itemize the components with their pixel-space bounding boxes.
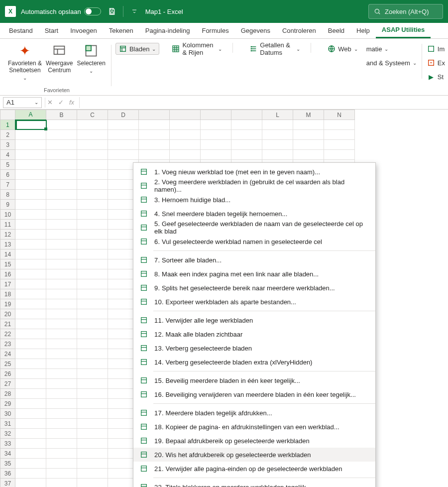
enter-icon[interactable]: ✓: [56, 99, 65, 106]
cell[interactable]: [77, 140, 108, 150]
spreadsheet-grid[interactable]: ABCDLMN123456789101112131415161718192021…: [0, 110, 448, 487]
cell[interactable]: [46, 309, 77, 319]
cell[interactable]: [201, 150, 231, 160]
row-header[interactable]: 20: [0, 309, 15, 319]
cell[interactable]: [231, 150, 262, 160]
menu-item-7[interactable]: 7. Sorteer alle bladen...: [133, 253, 375, 267]
cell[interactable]: [77, 329, 108, 339]
cell[interactable]: [15, 299, 46, 309]
cell[interactable]: [15, 220, 46, 230]
tab-formules[interactable]: Formules: [196, 22, 234, 38]
cell[interactable]: [170, 130, 201, 140]
cell[interactable]: [77, 240, 108, 249]
cell[interactable]: [15, 210, 46, 220]
favorieten-button[interactable]: ✦ Favorieten & Sneltoetsen ⌄: [6, 42, 44, 84]
cell[interactable]: [262, 120, 293, 130]
cell[interactable]: [262, 140, 293, 150]
tab-beeld[interactable]: Beeld: [322, 22, 350, 38]
cell[interactable]: [77, 459, 108, 469]
cell[interactable]: [46, 379, 77, 389]
cell[interactable]: [77, 190, 108, 200]
menu-item-8[interactable]: 8. Maak een index pagina met een link na…: [133, 267, 375, 281]
cell[interactable]: [77, 339, 108, 349]
menu-item-20[interactable]: 20. Wis het afdrukbereik op geselecteerd…: [133, 448, 375, 462]
menu-item-6[interactable]: 6. Vul geselecteerde werkblad namen in g…: [133, 235, 375, 248]
bladen-button[interactable]: Bladen ⌄: [115, 43, 159, 55]
cell[interactable]: [46, 419, 77, 429]
tab-asap-utilities[interactable]: ASAP Utilities: [376, 22, 431, 38]
cell[interactable]: [77, 389, 108, 399]
row-header[interactable]: 3: [0, 140, 15, 150]
menu-item-19[interactable]: 19. Bepaal afdrukbereik op geselecteerde…: [133, 434, 375, 448]
tab-bestand[interactable]: Bestand: [3, 22, 39, 38]
cell[interactable]: [46, 349, 77, 359]
ex-clipped-button[interactable]: Ex: [427, 57, 445, 69]
cell[interactable]: [231, 140, 262, 150]
row-header[interactable]: 31: [0, 419, 15, 429]
cell[interactable]: [108, 140, 139, 150]
cell[interactable]: [15, 249, 46, 259]
cell[interactable]: [15, 459, 46, 469]
row-header[interactable]: 15: [0, 259, 15, 269]
cell[interactable]: [46, 200, 77, 210]
row-header[interactable]: 10: [0, 210, 15, 220]
menu-item-18[interactable]: 18. Kopieer de pagina- en afdrukinstelli…: [133, 420, 375, 434]
cell[interactable]: [77, 379, 108, 389]
cell[interactable]: [77, 419, 108, 429]
col-header[interactable]: C: [77, 110, 108, 120]
cell[interactable]: [108, 120, 139, 130]
cell[interactable]: [77, 479, 108, 487]
row-header[interactable]: 36: [0, 469, 15, 479]
cell[interactable]: [231, 120, 262, 130]
menu-item-12[interactable]: 12. Maak alle bladen zichtbaar: [133, 327, 375, 341]
cell[interactable]: [15, 170, 46, 180]
menu-item-1[interactable]: 1. Voeg nieuw werkblad toe (met een in t…: [133, 165, 375, 179]
cell[interactable]: [139, 150, 170, 160]
cell[interactable]: [77, 449, 108, 459]
cell[interactable]: [77, 279, 108, 289]
row-header[interactable]: 19: [0, 299, 15, 309]
cell[interactable]: [108, 130, 139, 140]
cell[interactable]: [15, 130, 46, 140]
cell[interactable]: [46, 369, 77, 379]
cell[interactable]: [77, 309, 108, 319]
toggle-switch-icon[interactable]: [84, 7, 101, 15]
row-header[interactable]: 12: [0, 230, 15, 240]
tab-controleren[interactable]: Controleren: [276, 22, 322, 38]
row-header[interactable]: 35: [0, 459, 15, 469]
cell[interactable]: [46, 269, 77, 279]
land-systeem-clipped-button[interactable]: and & Systeem ⌄: [366, 57, 417, 69]
row-header[interactable]: 7: [0, 180, 15, 190]
col-header[interactable]: [139, 110, 170, 120]
menu-item-14[interactable]: 14. Verberg geselecteerde bladen extra (…: [133, 355, 375, 369]
cell[interactable]: [77, 359, 108, 369]
cell[interactable]: [15, 359, 46, 369]
row-header[interactable]: 27: [0, 379, 15, 389]
cell[interactable]: [77, 439, 108, 449]
cell[interactable]: [170, 140, 201, 150]
cell[interactable]: [46, 459, 77, 469]
cell[interactable]: [46, 180, 77, 190]
menu-item-10[interactable]: 10. Exporteer werkbladen als aparte best…: [133, 295, 375, 309]
menu-item-2[interactable]: 2. Voeg meerdere werkbladen in (gebruikt…: [133, 179, 375, 193]
row-header[interactable]: 16: [0, 269, 15, 279]
row-header[interactable]: 28: [0, 389, 15, 399]
cell[interactable]: [201, 120, 231, 130]
fx-icon[interactable]: fx: [67, 99, 76, 106]
cell[interactable]: [77, 150, 108, 160]
getallen-datums-button[interactable]: Getallen & Datums ⌄: [246, 43, 304, 55]
cell[interactable]: [46, 449, 77, 459]
row-header[interactable]: 24: [0, 349, 15, 359]
cell[interactable]: [46, 249, 77, 259]
cell[interactable]: [46, 160, 77, 170]
cell[interactable]: [15, 469, 46, 479]
tab-pagina-indeling[interactable]: Pagina-indeling: [139, 22, 196, 38]
tab-invoegen[interactable]: Invoegen: [64, 22, 103, 38]
cell[interactable]: [46, 319, 77, 329]
cell[interactable]: [293, 150, 324, 160]
col-header[interactable]: M: [293, 110, 324, 120]
cell[interactable]: [170, 120, 201, 130]
cell[interactable]: [77, 160, 108, 170]
cell[interactable]: [15, 289, 46, 299]
menu-item-22[interactable]: 22. Titels blokkeren op meerdere werkbla…: [133, 480, 375, 487]
